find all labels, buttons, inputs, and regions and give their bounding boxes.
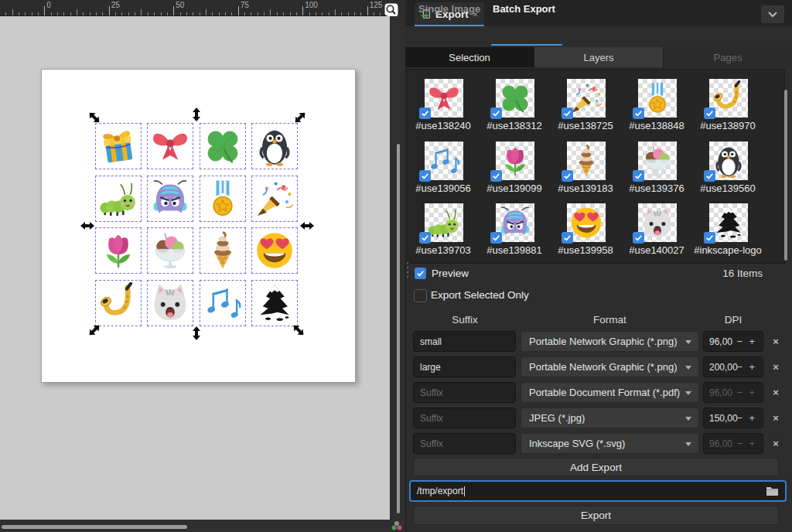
export-item[interactable]: #use138970 <box>692 76 763 136</box>
ruler-tick <box>360 12 361 16</box>
canvas-object-saxophone[interactable] <box>97 282 139 324</box>
tab-batch-export[interactable]: Batch Export <box>493 3 555 15</box>
export-button[interactable]: Export <box>413 506 779 525</box>
export-item[interactable]: #use139056 <box>408 138 479 199</box>
dpi-increment-button[interactable]: + <box>749 412 755 424</box>
export-item-checkbox[interactable] <box>633 232 644 244</box>
vertical-scrollbar-thumb[interactable] <box>397 144 400 513</box>
folder-icon[interactable] <box>766 486 779 496</box>
format-dropdown[interactable]: Portable Document Format (*.pdf) <box>521 382 699 403</box>
export-item-checkbox[interactable] <box>633 170 644 182</box>
canvas-object-penguin[interactable] <box>254 125 295 167</box>
tab-single-image[interactable]: Single Image <box>418 3 480 15</box>
remove-row-button[interactable]: × <box>770 412 781 424</box>
export-item[interactable]: #use139376 <box>621 138 692 199</box>
canvas-object-cat[interactable] <box>149 282 191 324</box>
canvas[interactable] <box>0 16 390 520</box>
canvas-object-bow[interactable] <box>149 125 191 167</box>
canvas-object-inkscape-logo[interactable] <box>254 282 295 324</box>
export-item[interactable]: #use139703 <box>408 200 479 261</box>
dpi-increment-button[interactable]: + <box>749 361 755 373</box>
export-item-checkbox[interactable] <box>562 170 573 182</box>
ruler-tick <box>57 12 58 16</box>
selection-scale-handle[interactable] <box>300 222 314 230</box>
export-selected-only-checkbox[interactable] <box>414 289 427 302</box>
export-item-checkbox[interactable] <box>490 170 502 182</box>
source-button-selection[interactable]: Selection <box>405 47 534 67</box>
export-item-checkbox[interactable] <box>419 107 431 119</box>
dpi-spinbutton[interactable]: 200,00−+ <box>703 356 763 377</box>
export-item-checkbox[interactable] <box>490 107 502 119</box>
remove-row-button[interactable]: × <box>770 336 781 347</box>
canvas-object-ice-cream[interactable] <box>149 230 191 271</box>
export-item[interactable]: #use138848 <box>621 76 692 136</box>
export-item-checkbox[interactable] <box>562 107 573 119</box>
export-item[interactable]: #inkscape-logo <box>692 200 763 261</box>
dpi-decrement-button[interactable]: − <box>736 361 742 373</box>
export-item-checkbox[interactable] <box>562 232 573 244</box>
export-item[interactable]: #use138312 <box>479 76 550 136</box>
object-selection-box <box>95 123 142 169</box>
remove-row-button[interactable]: × <box>770 361 781 373</box>
suffix-input[interactable] <box>413 382 516 403</box>
color-managed-display-icon[interactable] <box>389 520 405 532</box>
canvas-object-music-notes[interactable] <box>202 282 244 324</box>
suffix-input[interactable] <box>413 408 516 428</box>
export-item[interactable]: #use138240 <box>408 76 479 136</box>
remove-row-button[interactable]: × <box>770 387 781 398</box>
export-item-checkbox[interactable] <box>704 107 715 119</box>
ruler-tick <box>12 9 13 15</box>
suffix-input[interactable] <box>413 331 516 352</box>
export-item-checkbox[interactable] <box>419 232 431 244</box>
dpi-decrement-button[interactable]: − <box>736 336 742 347</box>
remove-row-button[interactable]: × <box>770 438 781 449</box>
panel-resize-grip[interactable] <box>405 262 411 282</box>
dpi-spinbutton[interactable]: 150,00−+ <box>703 408 763 428</box>
export-item[interactable]: #use138725 <box>550 76 621 136</box>
canvas-object-butterfly[interactable] <box>149 178 191 220</box>
ruler-tick <box>5 12 6 16</box>
canvas-object-medal[interactable] <box>202 178 244 220</box>
canvas-object-clover[interactable] <box>202 125 244 167</box>
export-item-checkbox[interactable] <box>633 107 644 119</box>
dpi-spinbutton[interactable]: 96,00−+ <box>703 331 763 352</box>
items-scrollbar-thumb[interactable] <box>784 90 787 261</box>
dpi-spinbutton[interactable]: 96,00−+ <box>703 382 763 403</box>
selection-scale-handle[interactable] <box>193 107 200 121</box>
canvas-object-gift[interactable] <box>97 125 139 167</box>
export-item[interactable]: #use139881 <box>479 200 550 261</box>
selection-scale-handle[interactable] <box>193 326 200 340</box>
export-item[interactable]: #use139958 <box>550 200 621 261</box>
horizontal-scrollbar-thumb[interactable] <box>2 525 187 529</box>
canvas-object-soft-serve[interactable] <box>202 230 244 271</box>
export-item-checkbox[interactable] <box>704 170 715 182</box>
format-dropdown[interactable]: Portable Network Graphic (*.png) <box>521 331 699 352</box>
dpi-increment-button[interactable]: + <box>749 336 755 347</box>
canvas-object-party-popper[interactable] <box>254 178 295 220</box>
source-button-layers[interactable]: Layers <box>534 47 664 67</box>
canvas-object-caterpillar[interactable] <box>97 178 139 220</box>
export-item[interactable]: #use139560 <box>692 138 763 199</box>
dpi-decrement-button[interactable]: − <box>736 412 742 424</box>
export-path-input[interactable]: /tmp/export <box>409 480 787 502</box>
format-dropdown[interactable]: Portable Network Graphic (*.png) <box>521 356 699 377</box>
canvas-object-heart-eyes[interactable] <box>254 230 295 271</box>
format-dropdown[interactable]: Inkscape SVG (*.svg) <box>521 433 699 454</box>
source-button-pages[interactable]: Pages <box>664 47 792 67</box>
suffix-input[interactable] <box>413 356 516 377</box>
inkscape-window: { "ruler": { "labels": ["0", "25", "50",… <box>0 0 792 532</box>
export-item-checkbox[interactable] <box>704 232 715 244</box>
preview-checkbox[interactable] <box>415 268 426 279</box>
selection-scale-handle[interactable] <box>80 222 94 230</box>
suffix-input[interactable] <box>413 433 516 454</box>
export-item[interactable]: #use139099 <box>479 138 550 199</box>
export-item[interactable]: #use139183 <box>550 138 621 199</box>
export-item-checkbox[interactable] <box>490 232 502 244</box>
dpi-spinbutton[interactable]: 96,00−+ <box>703 433 763 454</box>
canvas-object-tulip[interactable] <box>97 230 139 271</box>
panel-options-button[interactable] <box>761 5 784 23</box>
export-item-checkbox[interactable] <box>419 170 431 182</box>
format-dropdown[interactable]: JPEG (*.jpg) <box>521 408 699 428</box>
export-item[interactable]: #use140027 <box>621 200 692 261</box>
add-export-button[interactable]: Add Export <box>413 458 779 476</box>
